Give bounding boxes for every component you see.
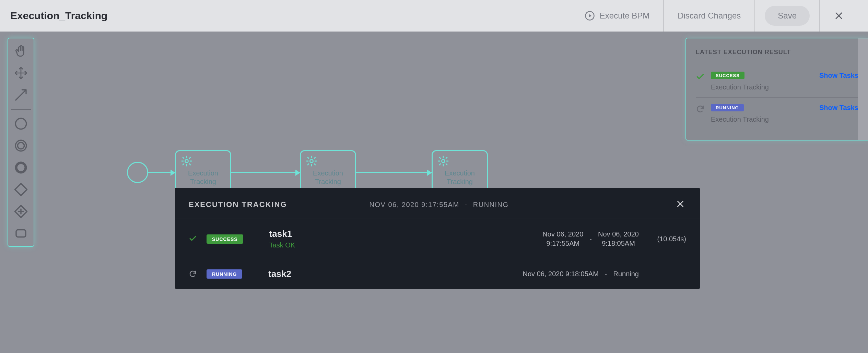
result-row: RUNNING Execution Tracking Show Tasks (696, 97, 858, 130)
hand-tool-icon[interactable] (13, 43, 29, 59)
result-name: Execution Tracking (711, 83, 813, 91)
status-badge: RUNNING (207, 269, 242, 279)
move-tool-icon[interactable] (13, 65, 29, 81)
play-circle-icon (585, 11, 595, 21)
time-separator: - (605, 270, 607, 278)
status-badge: SUCCESS (711, 72, 744, 79)
check-icon (696, 72, 705, 81)
status-badge: SUCCESS (207, 234, 243, 244)
task-row: RUNNING task2 Nov 06, 2020 9:18:05AM - R… (175, 259, 700, 289)
start-event-icon[interactable] (13, 116, 29, 132)
show-tasks-link[interactable]: Show Tasks (819, 104, 858, 112)
result-name: Execution Tracking (711, 115, 813, 123)
task-node-1-label: Execution Tracking (179, 169, 227, 186)
execute-bpm-button[interactable]: Execute BPM (571, 0, 663, 32)
task-shape-icon[interactable] (13, 226, 29, 241)
header-actions: Execute BPM Discard Changes Save (571, 0, 858, 32)
detail-start-ts: NOV 06, 2020 9:17:55AM (370, 201, 459, 209)
gear-icon (437, 155, 449, 167)
task-name: task2 (268, 269, 371, 279)
time-separator: - (589, 235, 592, 243)
spinner-icon (189, 270, 198, 279)
task-duration: (10.054s) (645, 235, 686, 243)
gear-icon (306, 155, 317, 167)
status-badge: RUNNING (711, 104, 744, 111)
detail-header: EXECUTION TRACKING NOV 06, 2020 9:17:55A… (175, 188, 700, 219)
result-row: SUCCESS Execution Tracking Show Tasks (696, 65, 858, 97)
flow-arrow (148, 172, 175, 173)
flow-arrow (231, 172, 300, 173)
check-icon (189, 234, 198, 243)
save-label: Save (778, 11, 797, 21)
task-start-time: Nov 06, 2020 9:18:05AM (523, 269, 599, 279)
start-event-node[interactable] (127, 162, 148, 183)
show-tasks-link[interactable]: Show Tasks (819, 72, 858, 80)
detail-status: RUNNING (473, 201, 509, 209)
gateway-icon[interactable] (13, 182, 29, 197)
task-end-time: Running (613, 270, 639, 278)
gear-icon (181, 155, 192, 167)
latest-result-panel: LATEST EXECUTION RESULT SUCCESS Executio… (685, 38, 868, 141)
task-start-time: Nov 06, 2020 9:17:55AM (542, 230, 583, 248)
latest-result-title: LATEST EXECUTION RESULT (696, 49, 858, 56)
workflow-canvas[interactable]: Execution Tracking Execution Tracking Ex… (0, 32, 868, 353)
shape-toolbar (8, 38, 34, 247)
task-node-2-label: Execution Tracking (304, 169, 352, 186)
detail-dash: - (465, 201, 468, 209)
task-node-3-label: Execution Tracking (435, 169, 484, 186)
spinner-icon (696, 105, 705, 113)
panel-scrollbar[interactable] (858, 38, 868, 140)
task-subtitle: Task OK (269, 241, 372, 249)
page-title: Execution_Tracking (10, 10, 107, 22)
execution-detail-popup: EXECUTION TRACKING NOV 06, 2020 9:17:55A… (175, 188, 700, 289)
detail-title: EXECUTION TRACKING (189, 200, 287, 209)
save-button[interactable]: Save (765, 6, 810, 26)
task-end-time: Nov 06, 2020 9:18:05AM (598, 230, 639, 248)
end-event-icon[interactable] (13, 160, 29, 175)
flow-arrow (356, 172, 432, 173)
discard-changes-button[interactable]: Discard Changes (663, 0, 754, 32)
close-button[interactable] (834, 11, 844, 21)
discard-changes-label: Discard Changes (678, 11, 741, 21)
intermediate-event-icon[interactable] (13, 138, 29, 154)
connector-tool-icon[interactable] (13, 87, 29, 103)
toolbar-separator (11, 109, 31, 110)
task-row: SUCCESS task1 Task OK Nov 06, 2020 9:17:… (175, 219, 700, 259)
close-detail-button[interactable] (676, 199, 686, 210)
parallel-gateway-icon[interactable] (13, 204, 29, 219)
task-name: task1 (269, 229, 372, 239)
execute-bpm-label: Execute BPM (600, 11, 649, 21)
app-header: Execution_Tracking Execute BPM Discard C… (0, 0, 868, 32)
